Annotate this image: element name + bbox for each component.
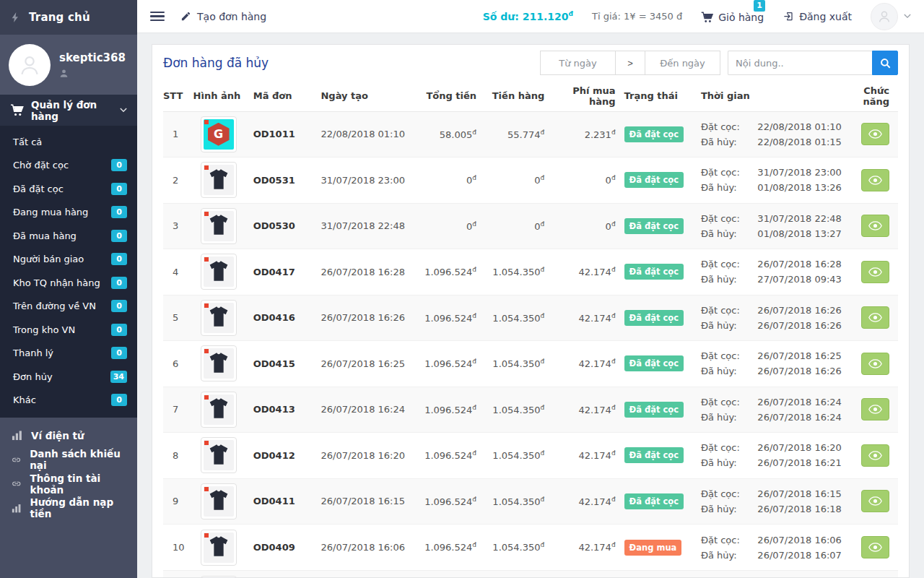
- order-goods-amount: 1.054.350đ: [476, 249, 544, 296]
- product-thumbnail[interactable]: [201, 392, 237, 428]
- order-goods-amount: 1.054.350đ: [476, 433, 544, 479]
- count-badge: 0: [111, 277, 127, 289]
- eye-icon: [868, 543, 882, 552]
- sidebar-link-item[interactable]: Danh sách khiếu nại: [0, 448, 137, 473]
- eye-icon: [868, 267, 882, 277]
- sidebar-submenu-item[interactable]: Thanh lý 0: [0, 342, 137, 366]
- sidebar-home[interactable]: Trang chủ: [0, 0, 137, 35]
- sidebar-submenu-item[interactable]: Đang mua hàng 0: [0, 201, 137, 225]
- order-index: 10: [163, 525, 193, 571]
- order-index: 7: [163, 387, 193, 433]
- sidebar-submenu-item[interactable]: Chờ đặt cọc 0: [0, 154, 137, 178]
- product-thumbnail[interactable]: [201, 254, 237, 290]
- from-date-input[interactable]: [540, 51, 616, 75]
- order-created: 26/07/2018 16:20: [321, 433, 406, 479]
- user-block[interactable]: skeptic368: [0, 35, 137, 95]
- create-order-label: Tạo đơn hàng: [197, 11, 266, 22]
- eye-icon: [868, 359, 882, 368]
- order-index: 6: [163, 341, 193, 387]
- sidebar-submenu-item[interactable]: Kho TQ nhận hàng 0: [0, 271, 137, 295]
- sidebar-link-item[interactable]: Ví điện tử: [0, 423, 137, 448]
- view-order-button[interactable]: [861, 123, 889, 145]
- order-index: 5: [163, 295, 193, 341]
- status-badge: Đã đặt cọc: [624, 402, 684, 418]
- next-row-partial: [163, 570, 898, 577]
- profile-dropdown[interactable]: [871, 3, 911, 30]
- table-header-row: STT Hình ảnh Mã đơn Ngày tạo Tổng tiền T…: [163, 81, 898, 111]
- search-input[interactable]: [728, 51, 872, 75]
- product-thumbnail[interactable]: [201, 300, 237, 336]
- col-goods: Tiền hàng: [476, 81, 544, 111]
- product-thumbnail[interactable]: G: [201, 116, 237, 152]
- order-goods-amount: 0đ: [476, 203, 544, 249]
- product-thumbnail[interactable]: [201, 345, 237, 381]
- order-index: 3: [163, 203, 193, 249]
- date-range-arrow[interactable]: >: [616, 51, 645, 75]
- search-button[interactable]: [872, 51, 898, 75]
- create-order-button[interactable]: Tạo đơn hàng: [180, 11, 266, 22]
- sidebar-submenu-item[interactable]: Tất cả: [0, 130, 137, 154]
- order-index: 1: [163, 111, 193, 158]
- cancelled-orders-panel: Đơn hàng đã hủy >: [152, 44, 910, 578]
- order-total: 1.096.524đ: [406, 433, 476, 479]
- order-created: 26/07/2018 16:28: [321, 249, 406, 296]
- to-date-input[interactable]: [645, 51, 720, 75]
- product-thumbnail[interactable]: [201, 162, 237, 198]
- eye-icon: [868, 313, 882, 322]
- col-status: Trạng thái: [616, 81, 694, 111]
- sidebar-link-item[interactable]: Thông tin tài khoản: [0, 472, 137, 496]
- view-order-button[interactable]: [861, 306, 889, 329]
- sidebar-submenu-item[interactable]: Đơn hủy 34: [0, 365, 137, 389]
- status-badge: Đã đặt cọc: [624, 218, 684, 234]
- sidebar-submenu-item[interactable]: Đã đặt cọc 0: [0, 177, 137, 201]
- shirt-image: [205, 211, 232, 241]
- eye-icon: [868, 451, 882, 460]
- col-total: Tổng tiền: [406, 81, 476, 111]
- sidebar-submenu-item[interactable]: Trong kho VN 0: [0, 318, 137, 342]
- new-flag: [204, 120, 209, 124]
- search-icon: [880, 58, 891, 69]
- order-total: 0đ: [406, 203, 476, 249]
- order-code: OD0409: [253, 525, 321, 571]
- order-status-cell: Đang mua: [616, 525, 694, 571]
- order-actions-cell: [842, 433, 898, 479]
- view-order-button[interactable]: [861, 536, 889, 558]
- view-order-button[interactable]: [861, 169, 889, 191]
- sidebar-link-item[interactable]: Hướng dẫn nạp tiền: [0, 496, 137, 521]
- count-badge: 0: [111, 253, 127, 265]
- view-order-button[interactable]: [861, 444, 889, 467]
- order-image-cell: [193, 478, 253, 525]
- page-title: Đơn hàng đã hủy: [163, 56, 269, 70]
- chevron-down-icon: [120, 108, 127, 113]
- home-label: Trang chủ: [29, 11, 90, 24]
- order-total: 1.096.524đ: [406, 387, 476, 433]
- order-goods-amount: 1.054.350đ: [476, 478, 544, 525]
- view-order-button[interactable]: [861, 398, 889, 420]
- sidebar-submenu-item[interactable]: Trên đường về VN 0: [0, 295, 137, 319]
- product-thumbnail[interactable]: [201, 208, 237, 244]
- count-badge: 0: [111, 159, 127, 171]
- product-thumbnail[interactable]: [201, 530, 237, 566]
- new-flag: [204, 257, 209, 262]
- order-goods-amount: 1.054.350đ: [476, 341, 544, 387]
- product-thumbnail[interactable]: [201, 483, 237, 519]
- product-thumbnail[interactable]: [201, 437, 237, 473]
- new-flag: [204, 395, 209, 400]
- order-code: OD0416: [253, 295, 321, 341]
- order-index: 8: [163, 433, 193, 479]
- count-badge: 0: [111, 394, 127, 406]
- view-order-button[interactable]: [861, 353, 889, 375]
- menu-order-management-label: Quản lý đơn hàng: [31, 99, 120, 122]
- sidebar-submenu-item[interactable]: Khác 0: [0, 389, 137, 413]
- sidebar-submenu-item[interactable]: Người bán giao 0: [0, 248, 137, 272]
- menu-order-management[interactable]: Quản lý đơn hàng: [0, 95, 137, 126]
- logout-button[interactable]: Đăng xuất: [783, 11, 852, 22]
- view-order-button[interactable]: [861, 490, 889, 512]
- view-order-button[interactable]: [861, 215, 889, 237]
- new-flag: [204, 165, 209, 170]
- order-image-cell: [193, 387, 253, 433]
- hamburger-menu-icon[interactable]: [150, 12, 165, 22]
- view-order-button[interactable]: [861, 261, 889, 283]
- cart-button[interactable]: Giỏ hàng 1: [701, 10, 764, 23]
- sidebar-submenu-item[interactable]: Đã mua hàng 0: [0, 224, 137, 248]
